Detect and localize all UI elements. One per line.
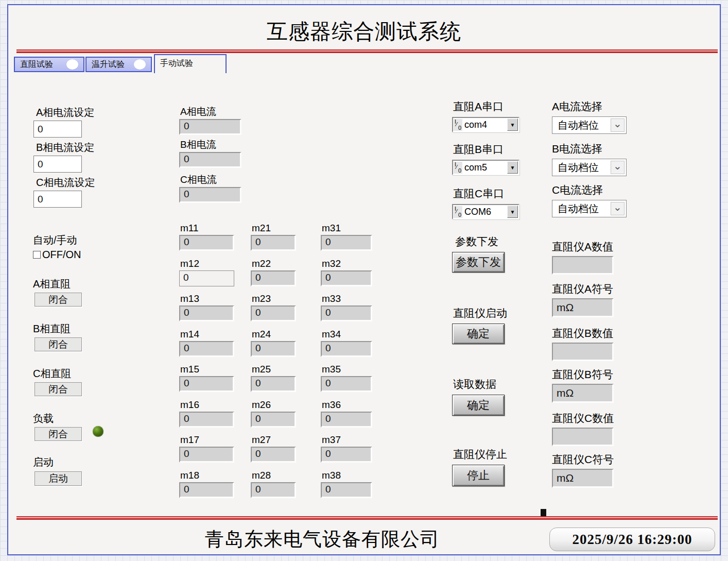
- matrix-column: m110m120m130m140m150m160m170m180: [179, 223, 234, 503]
- matrix-cell-label: m17: [180, 434, 234, 446]
- phase-a-close-button[interactable]: 闭合: [34, 293, 82, 307]
- serial-a-combo[interactable]: I ⁄ 0 com4 ▼: [452, 117, 519, 132]
- meter-stop-label: 直阻仪停止: [453, 447, 507, 462]
- matrix-cell: m150: [179, 364, 234, 392]
- dropdown-arrow-icon[interactable]: ▼: [507, 118, 518, 131]
- setpoint-c-input[interactable]: [33, 191, 82, 208]
- meter-b-value-display: [552, 343, 614, 361]
- phase-c-switch-label: C相直阻: [33, 367, 82, 381]
- meter-b-value-group: 直阻仪B数值: [552, 326, 614, 361]
- meter-b-unit-label: 直阻仪B符号: [552, 367, 614, 382]
- meter-a-unit-group: 直阻仪A符号 mΩ: [552, 282, 614, 317]
- chevron-down-icon[interactable]: ⌄: [611, 202, 625, 215]
- meter-start-confirm-button[interactable]: 确定: [452, 324, 505, 344]
- meter-stop-button[interactable]: 停止: [452, 465, 505, 486]
- matrix-cell: m140: [179, 329, 234, 357]
- matrix-cell: m360: [321, 399, 372, 428]
- tab-manual-test[interactable]: 手动试验: [154, 54, 227, 73]
- serial-c-combo[interactable]: I ⁄ 0 COM6 ▼: [452, 204, 519, 219]
- meter-a-unit-label: 直阻仪A符号: [552, 282, 614, 296]
- bottom-divider: [16, 516, 718, 520]
- matrix-cell-label: m33: [322, 293, 372, 304]
- matrix-cell-display: 0: [251, 305, 296, 321]
- matrix-cell: m340: [321, 329, 372, 357]
- range-b-label: B电流选择: [552, 142, 627, 156]
- matrix-cell-label: m18: [180, 470, 234, 481]
- matrix-cell-label: m14: [180, 329, 234, 340]
- meter-c-value-display: [552, 428, 614, 446]
- matrix-cell: m160: [179, 399, 234, 428]
- send-params-button[interactable]: 参数下发: [452, 252, 505, 273]
- serial-a-group: 直阻A串口 I ⁄ 0 com4 ▼: [452, 99, 519, 132]
- matrix-cell-display: 0: [321, 376, 372, 392]
- tab-dc-resistance-test[interactable]: 直阻试验: [14, 57, 84, 72]
- top-divider: [16, 49, 718, 53]
- setpoint-b-input[interactable]: [33, 156, 82, 173]
- current-b-group: B相电流 0: [179, 138, 241, 168]
- range-a-select[interactable]: 自动档位 ⌄: [552, 116, 627, 134]
- serial-b-combo[interactable]: I ⁄ 0 com5 ▼: [452, 160, 519, 175]
- load-close-button[interactable]: 闭合: [34, 427, 82, 441]
- tab-label: 温升试验: [92, 59, 125, 70]
- matrix-cell-label: m37: [322, 434, 372, 446]
- range-b-group: B电流选择 自动档位 ⌄: [552, 142, 627, 176]
- dropdown-arrow-icon[interactable]: ▼: [507, 161, 518, 174]
- matrix-cell: m270: [251, 434, 296, 463]
- tab-led-indicator: [134, 59, 146, 70]
- phase-b-close-button[interactable]: 闭合: [34, 337, 82, 351]
- meter-c-value-label: 直阻仪C数值: [552, 411, 614, 426]
- read-data-label: 读取数据: [453, 377, 505, 392]
- matrix-cell-display: 0: [321, 341, 372, 357]
- tab-led-indicator: [66, 59, 78, 70]
- matrix-cell: m350: [321, 364, 372, 392]
- meter-a-value-group: 直阻仪A数值: [552, 240, 614, 275]
- matrix-cell-label: m21: [252, 223, 296, 234]
- matrix-cell-display: 0: [251, 235, 296, 251]
- matrix-cell-display: 0: [321, 482, 372, 498]
- meter-c-unit-group: 直阻仪C符号 mΩ: [552, 452, 614, 488]
- phase-a-switch-group: A相直阻 闭合: [33, 277, 82, 307]
- chevron-down-icon[interactable]: ⌄: [611, 118, 625, 132]
- auto-manual-checkbox[interactable]: [33, 251, 41, 259]
- current-c-label: C相电流: [180, 173, 241, 186]
- setpoint-a-input[interactable]: [33, 121, 82, 138]
- tab-temperature-rise-test[interactable]: 温升试验: [85, 57, 152, 72]
- dropdown-arrow-icon[interactable]: ▼: [507, 206, 518, 218]
- meter-c-value-group: 直阻仪C数值: [552, 411, 614, 446]
- chevron-down-icon[interactable]: ⌄: [611, 161, 625, 174]
- matrix-cell-label: m22: [252, 258, 296, 269]
- current-b-display: 0: [179, 152, 241, 168]
- matrix-cell-label: m38: [322, 470, 372, 481]
- matrix-cell-label: m11: [180, 223, 234, 234]
- send-params-group: 参数下发 参数下发: [452, 234, 505, 273]
- range-b-select[interactable]: 自动档位 ⌄: [552, 159, 627, 176]
- matrix-cell-label: m34: [322, 329, 372, 340]
- read-data-confirm-button[interactable]: 确定: [452, 395, 505, 416]
- phase-c-close-button[interactable]: 闭合: [34, 382, 82, 396]
- matrix-cell-label: m16: [180, 399, 234, 411]
- matrix-cell: m130: [179, 293, 234, 321]
- matrix-cell-display: 0: [179, 376, 234, 392]
- matrix-cell: m330: [321, 293, 372, 321]
- matrix-cell-display: 0: [179, 235, 234, 251]
- current-b-label: B相电流: [180, 138, 241, 151]
- matrix-cell-label: m27: [252, 434, 296, 446]
- matrix-cell: m250: [251, 364, 296, 392]
- matrix-column: m310m320m330m340m350m360m370m380: [321, 223, 372, 503]
- tab-label: 直阻试验: [20, 59, 53, 70]
- meter-start-group: 直阻仪启动 确定: [452, 306, 507, 344]
- matrix-cell-label: m12: [180, 258, 234, 269]
- matrix-cell-input[interactable]: 0: [179, 270, 234, 286]
- current-a-label: A相电流: [180, 105, 241, 118]
- start-button[interactable]: 启动: [34, 471, 82, 486]
- matrix-cell-label: m23: [252, 293, 296, 304]
- matrix-cell: m230: [251, 293, 296, 321]
- range-c-select[interactable]: 自动档位 ⌄: [552, 200, 627, 217]
- matrix-cell-label: m24: [252, 329, 296, 340]
- matrix-cell-label: m31: [322, 223, 372, 234]
- range-c-group: C电流选择 自动档位 ⌄: [552, 183, 627, 217]
- phase-b-switch-label: B相直阻: [33, 322, 82, 336]
- matrix-cell: m240: [251, 329, 296, 357]
- meter-a-unit-display: mΩ: [552, 298, 614, 317]
- range-a-label: A电流选择: [552, 99, 627, 114]
